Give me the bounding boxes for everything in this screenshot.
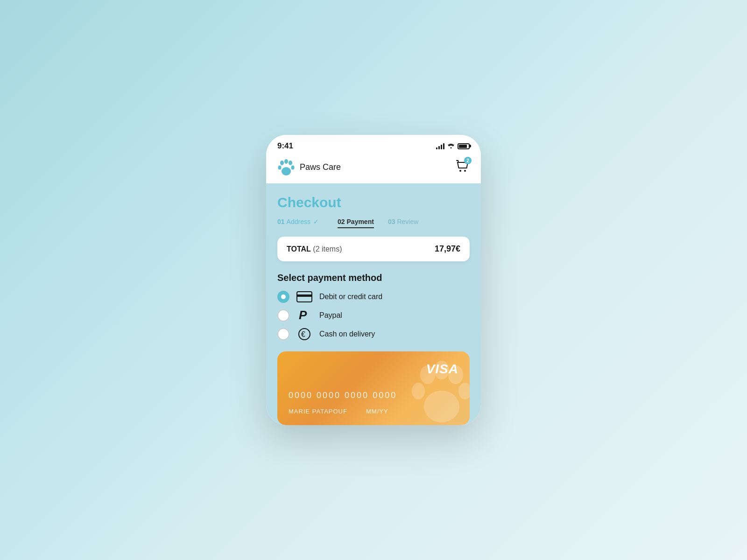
total-card: TOTAL (2 items) 17,97€ xyxy=(277,237,470,261)
payment-option-card[interactable]: Debit or credit card xyxy=(277,291,470,303)
svg-point-17 xyxy=(458,383,470,399)
payment-option-cash[interactable]: € Cash on delivery xyxy=(277,328,470,340)
svg-point-4 xyxy=(291,166,295,170)
card-icon-wrap xyxy=(296,291,313,303)
payment-name-paypal: Paypal xyxy=(319,311,342,320)
checkout-title: Checkout xyxy=(277,195,470,210)
radio-card[interactable] xyxy=(277,291,289,303)
cash-icon-wrap: € xyxy=(296,328,313,340)
step-label-3: Review xyxy=(397,218,418,225)
cart-badge: 2 xyxy=(464,157,472,164)
radio-cash[interactable] xyxy=(277,328,289,340)
phone-frame: 9:41 xyxy=(266,135,481,425)
step-review[interactable]: 03 Review xyxy=(388,218,418,225)
total-amount: 17,97€ xyxy=(435,244,460,254)
svg-point-14 xyxy=(434,361,449,379)
card-paw-bg xyxy=(400,356,470,425)
payment-options: Debit or credit card P Paypal € xyxy=(277,291,470,340)
card-expiry: MM/YY xyxy=(366,408,388,415)
battery-icon xyxy=(458,143,470,149)
svg-point-2 xyxy=(289,161,292,165)
main-content: Checkout 01 Address ✓ 02 Payment 03 Revi… xyxy=(266,183,481,425)
step-number-3: 03 xyxy=(388,218,395,225)
cart-wrapper[interactable]: 2 xyxy=(455,159,470,175)
payment-section-title: Select payment method xyxy=(277,273,470,283)
status-icons xyxy=(436,142,470,150)
step-number-2: 02 xyxy=(338,218,345,225)
status-time: 9:41 xyxy=(277,141,293,151)
paypal-icon-wrap: P xyxy=(296,309,313,322)
step-number-1: 01 xyxy=(277,218,285,225)
signal-icon xyxy=(436,143,444,149)
svg-point-6 xyxy=(459,170,461,172)
svg-rect-9 xyxy=(297,294,312,297)
total-label: TOTAL (2 items) xyxy=(287,245,342,253)
app-name: Paws Care xyxy=(300,162,341,172)
svg-point-15 xyxy=(448,365,463,384)
svg-point-5 xyxy=(282,167,291,175)
payment-name-card: Debit or credit card xyxy=(319,293,382,301)
svg-point-0 xyxy=(280,161,284,165)
payment-name-cash: Cash on delivery xyxy=(319,330,375,338)
step-label-2: Payment xyxy=(347,218,374,225)
checkmark-icon: ✓ xyxy=(313,218,319,225)
card-holder: MARIE PATAPOUF xyxy=(289,408,347,415)
svg-point-13 xyxy=(420,365,435,384)
checkout-steps: 01 Address ✓ 02 Payment 03 Review xyxy=(277,218,470,225)
credit-card-icon xyxy=(296,291,312,302)
credit-card-visual: VISA 0000 0000 0000 0000 MARIE PATAPOUF … xyxy=(277,351,470,425)
svg-point-3 xyxy=(278,166,282,170)
svg-point-18 xyxy=(424,391,459,422)
app-brand: Paws Care xyxy=(277,158,341,176)
svg-point-16 xyxy=(412,383,425,399)
euro-icon: € xyxy=(298,328,311,341)
step-address[interactable]: 01 Address ✓ xyxy=(277,218,319,225)
status-bar: 9:41 xyxy=(266,135,481,154)
step-payment[interactable]: 02 Payment xyxy=(338,218,374,225)
svg-text:€: € xyxy=(301,330,305,338)
wifi-icon xyxy=(447,142,455,150)
step-label-1: Address xyxy=(287,218,310,225)
app-header: Paws Care 2 xyxy=(266,154,481,183)
paw-logo xyxy=(277,158,295,176)
svg-point-7 xyxy=(464,170,466,172)
paypal-icon: P xyxy=(299,309,310,322)
svg-point-1 xyxy=(284,159,288,164)
payment-option-paypal[interactable]: P Paypal xyxy=(277,309,470,322)
radio-paypal[interactable] xyxy=(277,309,289,322)
svg-text:P: P xyxy=(299,309,307,322)
